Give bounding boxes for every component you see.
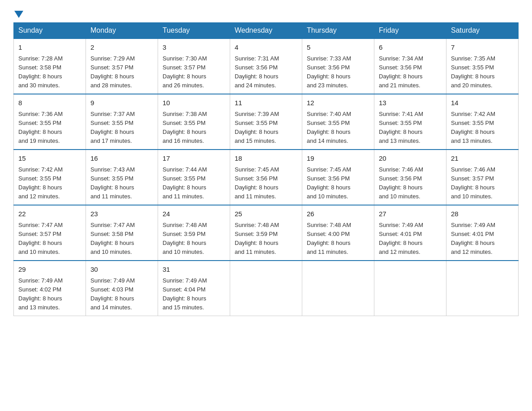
page-header (13, 9, 519, 18)
day-info: Sunrise: 7:42 AMSunset: 3:55 PMDaylight:… (451, 110, 514, 146)
day-info: Sunrise: 7:28 AMSunset: 3:58 PMDaylight:… (18, 54, 81, 90)
calendar-day-cell: 6Sunrise: 7:34 AMSunset: 3:56 PMDaylight… (374, 39, 446, 94)
calendar-week-row: 8Sunrise: 7:36 AMSunset: 3:55 PMDaylight… (14, 94, 519, 150)
calendar-header-row: SundayMondayTuesdayWednesdayThursdayFrid… (14, 23, 519, 39)
day-info: Sunrise: 7:49 AMSunset: 4:02 PMDaylight:… (18, 276, 81, 313)
day-number: 11 (235, 98, 297, 108)
day-info: Sunrise: 7:45 AMSunset: 3:56 PMDaylight:… (235, 165, 297, 201)
day-number: 23 (90, 209, 153, 219)
calendar-day-cell: 26Sunrise: 7:48 AMSunset: 4:00 PMDayligh… (302, 205, 374, 261)
day-number: 18 (235, 154, 297, 164)
calendar-day-cell: 27Sunrise: 7:49 AMSunset: 4:01 PMDayligh… (374, 205, 446, 261)
day-number: 14 (451, 98, 514, 108)
day-number: 22 (18, 209, 81, 219)
calendar-day-cell: 23Sunrise: 7:47 AMSunset: 3:58 PMDayligh… (86, 205, 158, 261)
day-of-week-header: Wednesday (230, 23, 302, 39)
calendar-day-cell: 7Sunrise: 7:35 AMSunset: 3:55 PMDaylight… (446, 39, 519, 94)
logo-triangle-icon (14, 11, 23, 18)
calendar-day-cell (230, 261, 302, 316)
day-info: Sunrise: 7:48 AMSunset: 3:59 PMDaylight:… (235, 221, 297, 257)
day-info: Sunrise: 7:49 AMSunset: 4:01 PMDaylight:… (451, 221, 514, 257)
calendar-day-cell: 18Sunrise: 7:45 AMSunset: 3:56 PMDayligh… (230, 150, 302, 205)
day-info: Sunrise: 7:48 AMSunset: 3:59 PMDaylight:… (163, 221, 225, 257)
day-info: Sunrise: 7:47 AMSunset: 3:58 PMDaylight:… (90, 221, 153, 257)
day-info: Sunrise: 7:41 AMSunset: 3:55 PMDaylight:… (379, 110, 442, 146)
calendar-day-cell: 5Sunrise: 7:33 AMSunset: 3:56 PMDaylight… (302, 39, 374, 94)
day-number: 7 (451, 43, 514, 53)
calendar-day-cell: 30Sunrise: 7:49 AMSunset: 4:03 PMDayligh… (86, 261, 158, 316)
day-info: Sunrise: 7:44 AMSunset: 3:55 PMDaylight:… (163, 165, 225, 201)
day-number: 5 (307, 43, 369, 53)
calendar-day-cell: 28Sunrise: 7:49 AMSunset: 4:01 PMDayligh… (446, 205, 519, 261)
calendar-table: SundayMondayTuesdayWednesdayThursdayFrid… (13, 22, 519, 316)
day-number: 17 (163, 154, 225, 164)
day-number: 29 (18, 265, 81, 275)
day-info: Sunrise: 7:43 AMSunset: 3:55 PMDaylight:… (90, 165, 153, 201)
day-number: 26 (307, 209, 369, 219)
day-info: Sunrise: 7:47 AMSunset: 3:57 PMDaylight:… (18, 221, 81, 257)
day-of-week-header: Sunday (14, 23, 86, 39)
day-number: 4 (235, 43, 297, 53)
calendar-day-cell: 16Sunrise: 7:43 AMSunset: 3:55 PMDayligh… (86, 150, 158, 205)
calendar-day-cell: 25Sunrise: 7:48 AMSunset: 3:59 PMDayligh… (230, 205, 302, 261)
calendar-day-cell (374, 261, 446, 316)
calendar-day-cell: 10Sunrise: 7:38 AMSunset: 3:55 PMDayligh… (158, 94, 230, 150)
calendar-week-row: 29Sunrise: 7:49 AMSunset: 4:02 PMDayligh… (14, 261, 519, 316)
calendar-day-cell: 20Sunrise: 7:46 AMSunset: 3:56 PMDayligh… (374, 150, 446, 205)
day-info: Sunrise: 7:38 AMSunset: 3:55 PMDaylight:… (163, 110, 225, 146)
calendar-day-cell: 1Sunrise: 7:28 AMSunset: 3:58 PMDaylight… (14, 39, 86, 94)
day-number: 6 (379, 43, 442, 53)
day-info: Sunrise: 7:46 AMSunset: 3:56 PMDaylight:… (379, 165, 442, 201)
day-info: Sunrise: 7:30 AMSunset: 3:57 PMDaylight:… (163, 54, 225, 90)
calendar-day-cell: 3Sunrise: 7:30 AMSunset: 3:57 PMDaylight… (158, 39, 230, 94)
day-number: 21 (451, 154, 514, 164)
day-info: Sunrise: 7:29 AMSunset: 3:57 PMDaylight:… (90, 54, 153, 90)
day-info: Sunrise: 7:40 AMSunset: 3:55 PMDaylight:… (307, 110, 369, 146)
calendar-day-cell: 4Sunrise: 7:31 AMSunset: 3:56 PMDaylight… (230, 39, 302, 94)
logo (13, 9, 23, 18)
calendar-day-cell: 24Sunrise: 7:48 AMSunset: 3:59 PMDayligh… (158, 205, 230, 261)
day-number: 13 (379, 98, 442, 108)
day-info: Sunrise: 7:45 AMSunset: 3:56 PMDaylight:… (307, 165, 369, 201)
day-info: Sunrise: 7:49 AMSunset: 4:04 PMDaylight:… (163, 276, 225, 313)
calendar-day-cell: 11Sunrise: 7:39 AMSunset: 3:55 PMDayligh… (230, 94, 302, 150)
day-of-week-header: Saturday (446, 23, 519, 39)
calendar-day-cell: 12Sunrise: 7:40 AMSunset: 3:55 PMDayligh… (302, 94, 374, 150)
day-number: 12 (307, 98, 369, 108)
day-info: Sunrise: 7:37 AMSunset: 3:55 PMDaylight:… (90, 110, 153, 146)
calendar-day-cell: 15Sunrise: 7:42 AMSunset: 3:55 PMDayligh… (14, 150, 86, 205)
calendar-day-cell (302, 261, 374, 316)
day-number: 27 (379, 209, 442, 219)
day-number: 10 (163, 98, 225, 108)
day-number: 20 (379, 154, 442, 164)
day-number: 31 (163, 265, 225, 275)
calendar-day-cell: 29Sunrise: 7:49 AMSunset: 4:02 PMDayligh… (14, 261, 86, 316)
calendar-day-cell: 22Sunrise: 7:47 AMSunset: 3:57 PMDayligh… (14, 205, 86, 261)
calendar-week-row: 1Sunrise: 7:28 AMSunset: 3:58 PMDaylight… (14, 39, 519, 94)
day-info: Sunrise: 7:34 AMSunset: 3:56 PMDaylight:… (379, 54, 442, 90)
day-number: 25 (235, 209, 297, 219)
day-number: 15 (18, 154, 81, 164)
calendar-day-cell: 17Sunrise: 7:44 AMSunset: 3:55 PMDayligh… (158, 150, 230, 205)
day-number: 8 (18, 98, 81, 108)
day-of-week-header: Friday (374, 23, 446, 39)
day-of-week-header: Monday (86, 23, 158, 39)
day-number: 1 (18, 43, 81, 53)
calendar-day-cell: 21Sunrise: 7:46 AMSunset: 3:57 PMDayligh… (446, 150, 519, 205)
calendar-week-row: 15Sunrise: 7:42 AMSunset: 3:55 PMDayligh… (14, 150, 519, 205)
day-of-week-header: Thursday (302, 23, 374, 39)
calendar-day-cell: 19Sunrise: 7:45 AMSunset: 3:56 PMDayligh… (302, 150, 374, 205)
day-number: 30 (90, 265, 153, 275)
calendar-day-cell: 9Sunrise: 7:37 AMSunset: 3:55 PMDaylight… (86, 94, 158, 150)
calendar-day-cell: 8Sunrise: 7:36 AMSunset: 3:55 PMDaylight… (14, 94, 86, 150)
day-info: Sunrise: 7:42 AMSunset: 3:55 PMDaylight:… (18, 165, 81, 201)
day-info: Sunrise: 7:48 AMSunset: 4:00 PMDaylight:… (307, 221, 369, 257)
day-number: 9 (90, 98, 153, 108)
day-number: 3 (163, 43, 225, 53)
day-info: Sunrise: 7:33 AMSunset: 3:56 PMDaylight:… (307, 54, 369, 90)
calendar-day-cell: 31Sunrise: 7:49 AMSunset: 4:04 PMDayligh… (158, 261, 230, 316)
calendar-day-cell (446, 261, 519, 316)
day-number: 28 (451, 209, 514, 219)
calendar-week-row: 22Sunrise: 7:47 AMSunset: 3:57 PMDayligh… (14, 205, 519, 261)
calendar-day-cell: 14Sunrise: 7:42 AMSunset: 3:55 PMDayligh… (446, 94, 519, 150)
